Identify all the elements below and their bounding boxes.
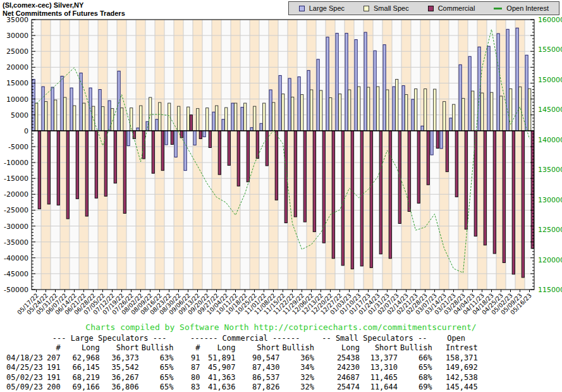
table-cell: 36,373 [101,353,140,363]
table-cell: 86,537 [236,372,281,383]
table-cell: 41,636 [201,383,236,392]
table-cell: 87 [174,363,201,373]
table-cell: 87,430 [236,363,281,373]
page-title-line2: Net Commitments of Futures Traders [3,9,125,18]
svg-text:30000: 30000 [6,32,28,40]
table-column-header: # [174,343,201,353]
table-cell: 65% [140,372,175,383]
table-column-header: Long [315,343,361,353]
table-cell: 83 [174,383,201,392]
table-cell: 34% [281,363,315,373]
footer-credit-text: Charts compiled by Software North [85,322,248,332]
table-group-header [5,333,44,343]
table-cell-date: 04/18/23 [5,353,44,363]
table-group-header-row: --- Large Speculators --------- Commerci… [5,333,479,343]
svg-text:20000: 20000 [6,63,28,71]
svg-text:-25000: -25000 [4,206,28,214]
table-cell: 80 [174,372,201,383]
legend-label-commercial: Commercial [438,4,475,12]
table-group-header: -- Small Speculators -- [315,333,434,343]
table-column-header-row: #LongShortBullish#LongShortBullishLongSh… [5,343,479,353]
table-column-header: Short [101,343,140,353]
table-cell: 68,219 [62,372,101,383]
page-title-line1: (SI,comex-cec) Silver,NY [3,1,125,9]
table-cell: 191 [44,372,62,383]
table-cell: 11,644 [361,383,399,392]
table-row: 04/25/2319166,14535,54265%8745,90787,430… [5,363,479,373]
table-cell: 65% [399,363,434,373]
table-row: 05/09/2320069,16636,80665%8341,63687,826… [5,383,479,392]
svg-text:-50000: -50000 [4,286,28,294]
table-column-header: Long [62,343,101,353]
svg-text:10000: 10000 [6,95,28,104]
table-cell: 191 [44,363,62,373]
legend-item-open-interest: Open Interest [494,4,549,12]
svg-text:135000: 135000 [538,166,562,174]
svg-text:-10000: -10000 [4,159,28,167]
small-spec-swatch-icon [363,6,369,11]
svg-text:15000: 15000 [6,79,28,87]
table-cell: 36,806 [101,383,140,392]
table-cell: 69% [399,383,434,392]
table-column-header: # [44,343,62,353]
x-axis-date-labels: 05/17/2205/24/2205/31/2206/07/2206/14/22… [16,292,533,316]
footer-url-link[interactable]: http://cotpricecharts.com/commitmentscur… [254,322,476,332]
svg-text:5000: 5000 [11,111,28,119]
table-row: 05/02/2319168,21936,26765%8041,36386,537… [5,372,479,383]
svg-text:-40000: -40000 [4,254,28,262]
legend-label-open-interest: Open Interest [506,4,549,12]
table-cell: 36,267 [101,372,140,383]
legend-label-small-spec: Small Spec [374,4,409,12]
svg-text:25000: 25000 [6,47,28,56]
table-cell: 25438 [315,353,361,363]
table-cell: 32% [281,372,315,383]
table-cell: 65% [140,363,175,373]
svg-text:-15000: -15000 [4,175,28,183]
table-cell: 11,465 [361,372,399,383]
table-cell: 90,547 [236,353,281,363]
table-cell: 62,968 [62,353,101,363]
cot-chart-page: (SI,comex-cec) Silver,NY Net Commitments… [0,0,562,392]
table-cell: 66,145 [62,363,101,373]
table-cell-date: 05/09/23 [5,383,44,392]
table-cell: 63% [140,353,175,363]
table-cell: 45,907 [201,363,236,373]
table-cell: 13,310 [361,363,399,373]
table-column-header: Intrest [434,343,479,353]
legend-item-commercial: Commercial [428,4,475,12]
table-cell: 87,826 [236,383,281,392]
svg-text:140000: 140000 [538,136,562,144]
table-cell: 66% [399,353,434,363]
svg-text:145000: 145000 [538,106,562,114]
svg-text:-20000: -20000 [4,190,28,199]
table-row: 04/18/2320762,96836,37363%9151,89190,547… [5,353,479,363]
table-column-header: Short [361,343,399,353]
table-cell: 207 [44,353,62,363]
legend-label-large-spec: Large Spec [309,4,345,12]
table-cell: 32% [281,383,315,392]
table-column-header: Bullish [399,343,434,353]
svg-text:150000: 150000 [538,76,562,84]
table-column-header: Bullish [281,343,315,353]
svg-text:155000: 155000 [538,46,562,54]
large-spec-swatch-icon [299,6,305,11]
table-column-header: Long [201,343,236,353]
table-cell-date: 05/02/23 [5,372,44,383]
table-cell: 200 [44,383,62,392]
cot-chart: -50000-45000-40000-35000-30000-25000-200… [0,0,562,321]
table-cell: 41,363 [201,372,236,383]
table-group-header: Open [434,333,479,343]
table-column-header: Short [236,343,281,353]
table-cell: 158,371 [434,353,479,363]
table-cell: 142,538 [434,372,479,383]
svg-text:120000: 120000 [538,256,562,264]
open-interest-line-icon [494,8,502,9]
table-cell: 51,891 [201,353,236,363]
table-cell: 145,445 [434,383,479,392]
svg-text:130000: 130000 [538,196,562,204]
svg-text:-35000: -35000 [4,238,28,247]
table-cell: 24230 [315,363,361,373]
table-group-header: --- Large Speculators --- [44,333,175,343]
table-cell: 68% [399,372,434,383]
svg-text:-45000: -45000 [4,270,28,278]
